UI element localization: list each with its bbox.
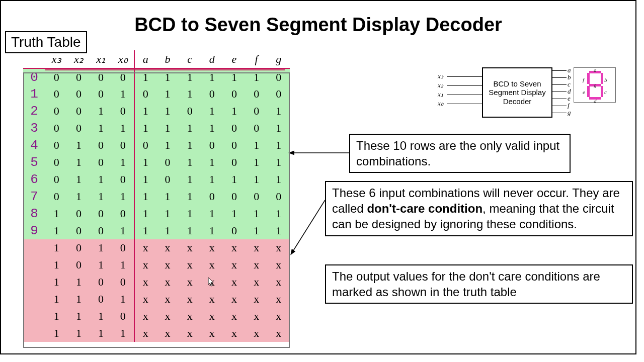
table-row: 1101xxxxxxx <box>23 291 290 308</box>
arrow-to-valid <box>290 146 350 161</box>
callout-x-marked: The output values for the don't care con… <box>325 264 633 304</box>
table-row: 401000110011 <box>23 137 290 154</box>
table-row: 000001111110 <box>23 68 290 85</box>
table-row: 910011111011 <box>23 222 290 239</box>
block-diagram: x₃ x₂ x₁ x₀ BCD to Seven Segment Display… <box>423 65 634 126</box>
callout-valid-rows: These 10 rows are the only valid input c… <box>349 134 571 173</box>
arrow-to-dontcare <box>290 196 330 256</box>
header-underline <box>45 69 285 70</box>
table-row: 810001111111 <box>23 205 290 222</box>
svg-line-1 <box>293 200 325 251</box>
table-row: 601101011111 <box>23 171 290 188</box>
table-row: 300111111001 <box>23 120 290 137</box>
header-row: x₃ x₂ x₁ x₀ a b c d e f g <box>23 50 290 68</box>
table-row: 1011xxxxxxx <box>23 256 290 274</box>
table-row: 1110xxxxxxx <box>23 308 290 325</box>
table-row: 701111110000 <box>23 188 290 205</box>
table-row: 1111xxxxxxx <box>23 325 290 342</box>
table-row: 200101101101 <box>23 103 290 120</box>
truth-table: x₃ x₂ x₁ x₀ a b c d e f g 00000111111010… <box>23 50 290 342</box>
table-row: 1100xxxxxxx <box>23 274 290 291</box>
table-row: 1010xxxxxxx <box>23 239 290 256</box>
page-title: BCD to Seven Segment Display Decoder <box>0 14 636 36</box>
table-row: 100010110000 <box>23 85 290 103</box>
table-row: 501011011011 <box>23 154 290 171</box>
seven-segment-display: a b c d e f g <box>574 67 616 103</box>
decoder-box: BCD to Seven Segment Display Decoder <box>482 67 552 118</box>
callout-dont-care: These 6 input combinations will never oc… <box>325 181 633 236</box>
